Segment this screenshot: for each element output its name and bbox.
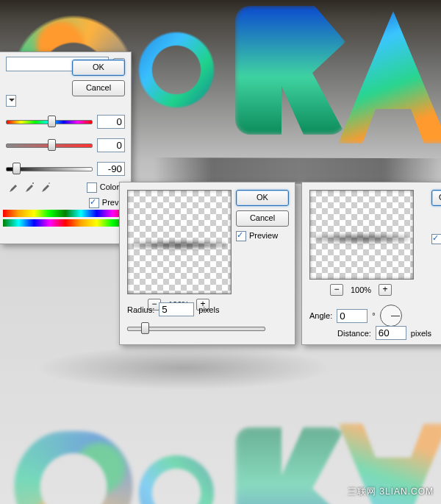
art-letter-a2 <box>338 11 441 143</box>
hue-slider[interactable] <box>6 113 93 130</box>
eyedropper-subtract-icon[interactable] <box>40 182 52 194</box>
floor-shadow <box>37 346 331 390</box>
mb-zoom-in-button[interactable]: + <box>379 284 392 296</box>
cancel-button[interactable]: Cancel <box>72 80 125 96</box>
mb-preview-checkbox[interactable] <box>431 234 441 244</box>
eyedropper-add-icon[interactable] <box>24 182 36 194</box>
gb-preview-label: Preview <box>249 231 278 240</box>
lightness-row <box>6 160 125 177</box>
hue-field[interactable] <box>97 115 125 129</box>
art-shadow-text <box>154 140 441 184</box>
lightness-slider[interactable] <box>6 160 93 177</box>
eyedropper-icon[interactable] <box>8 182 20 194</box>
distance-field[interactable] <box>376 326 406 340</box>
angle-field[interactable] <box>337 309 368 323</box>
gb-preview-checkbox[interactable] <box>236 231 246 241</box>
mb-preview-content <box>315 233 409 244</box>
art-letter-r <box>235 6 345 135</box>
angle-dial-icon[interactable] <box>380 305 402 327</box>
distance-unit: pixels <box>411 329 431 338</box>
motion-blur-dialog: OK P − 100% + Angle: ° Distance: <box>301 182 441 345</box>
art-letter-u <box>114 7 239 132</box>
angle-unit: ° <box>372 311 375 320</box>
hs-preview-row: Previe <box>0 198 131 210</box>
gaussian-blur-dialog: OK Cancel Preview − 100% + Radius: pixel… <box>119 182 295 345</box>
saturation-row <box>6 136 125 154</box>
saturation-slider[interactable] <box>6 136 93 154</box>
distance-label: Distance: <box>337 329 371 338</box>
mb-ok-button[interactable]: OK <box>431 190 441 206</box>
angle-label: Angle: <box>309 311 332 320</box>
lightness-field[interactable] <box>97 162 125 176</box>
saturation-field[interactable] <box>97 138 125 152</box>
radius-field[interactable] <box>159 302 194 316</box>
hue-strip-top <box>3 210 128 217</box>
mb-zoom-value: 100% <box>351 285 371 294</box>
mb-preview-area[interactable] <box>309 190 414 280</box>
gb-preview-content <box>132 240 226 250</box>
hue-saturation-dialog: OK Cancel <box>0 52 132 244</box>
radius-slider[interactable] <box>127 319 265 337</box>
gb-cancel-button[interactable]: Cancel <box>236 210 289 227</box>
watermark-text: 三联网 3LIAN.COM <box>348 486 434 498</box>
ok-button[interactable]: OK <box>72 60 125 76</box>
mb-zoom-out-button[interactable]: − <box>330 284 343 296</box>
canvas-stage: OK Cancel <box>0 0 441 504</box>
hs-preview-checkbox[interactable] <box>89 198 99 208</box>
gb-ok-button[interactable]: OK <box>236 190 289 206</box>
gb-preview-area[interactable] <box>127 190 232 294</box>
hue-strip-bottom <box>3 219 128 227</box>
hue-row <box>6 113 125 130</box>
edit-range-dropdown[interactable] <box>6 95 16 107</box>
radius-label: Radius: <box>127 305 154 314</box>
radius-unit: pixels <box>198 305 219 314</box>
colorize-checkbox[interactable] <box>87 182 97 193</box>
